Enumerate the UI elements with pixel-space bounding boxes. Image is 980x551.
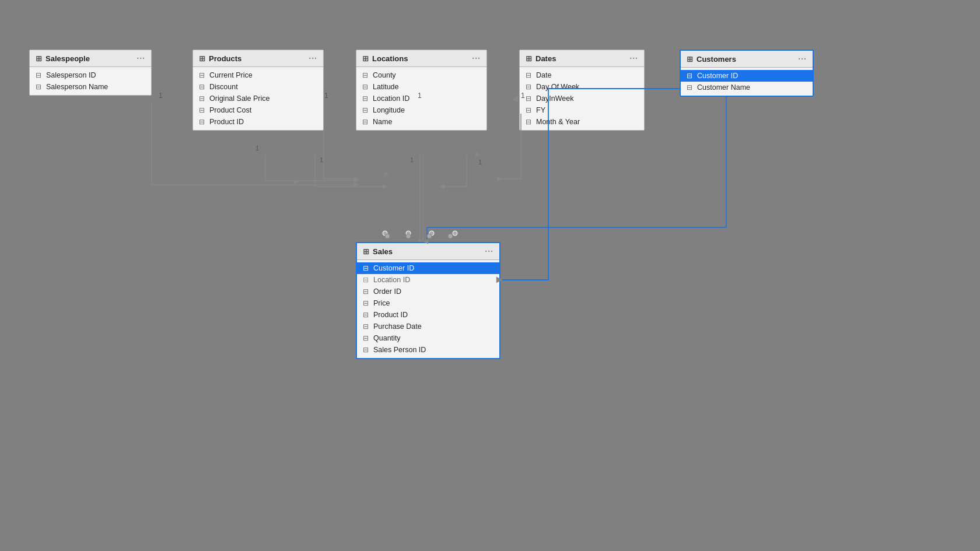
svg-point-22 [453, 231, 457, 236]
field-label: Product ID [373, 311, 408, 319]
sales-field-product-id: ⊟ Product ID [357, 309, 499, 321]
sales-field-order-id: ⊟ Order ID [357, 286, 499, 297]
table-products: ⊞ Products ··· ⊟ Current Price ⊟ Discoun… [192, 50, 324, 131]
svg-text:1: 1 [159, 92, 163, 100]
field-icon: ⊟ [362, 71, 368, 79]
field-label: Original Sale Price [209, 94, 270, 103]
field-icon: ⊟ [363, 264, 369, 272]
field-icon: ⊟ [199, 106, 205, 114]
products-field-discount: ⊟ Discount [193, 81, 323, 93]
field-icon: ⊟ [362, 83, 368, 91]
locations-menu[interactable]: ··· [472, 54, 481, 63]
field-icon: ⊟ [526, 71, 531, 79]
svg-marker-13 [440, 184, 444, 189]
table-customers: ⊞ Customers ··· ⊟ Customer ID ⊟ Customer… [680, 50, 814, 97]
products-title: Products [209, 54, 242, 63]
dates-fields: ⊟ Date ⊟ Day Of Week ⊟ DayInWeek ⊟ FY ⊟ … [520, 67, 644, 130]
field-icon: ⊟ [526, 94, 531, 103]
field-label: Price [373, 299, 390, 307]
svg-marker-23 [294, 180, 299, 184]
field-icon: ⊟ [199, 71, 205, 79]
svg-point-35 [385, 234, 390, 238]
field-label: Latitude [373, 83, 398, 91]
field-icon: ⊟ [363, 287, 369, 296]
field-icon: ⊟ [36, 71, 41, 79]
sales-field-customer-id: ⊟ Customer ID [357, 262, 499, 274]
field-label: Order ID [373, 287, 401, 296]
locations-field-latitude: ⊟ Latitude [356, 81, 487, 93]
field-label: Longitude [373, 106, 405, 114]
field-icon: ⊟ [363, 334, 369, 342]
locations-field-name: ⊟ Name [356, 116, 487, 128]
field-label: Product ID [209, 118, 244, 126]
sales-field-purchase-date: ⊟ Purchase Date [357, 321, 499, 332]
salespeople-title: Salespeople [46, 54, 90, 63]
svg-point-21 [429, 231, 434, 236]
field-icon: ⊟ [363, 311, 369, 319]
svg-point-19 [383, 231, 387, 236]
dates-field-fy: ⊟ FY [520, 104, 644, 116]
svg-marker-7 [383, 184, 387, 189]
customers-table-icon: ⊞ [687, 55, 693, 64]
dates-table-icon: ⊞ [526, 54, 532, 63]
sales-field-location-id: ⊟ Location ID [357, 274, 499, 286]
field-label: Salesperson Name [46, 83, 108, 91]
table-dates: ⊞ Dates ··· ⊟ Date ⊟ Day Of Week ⊟ DayIn… [519, 50, 645, 131]
field-label: Name [373, 118, 392, 126]
field-icon: ⊟ [363, 276, 369, 284]
svg-text:1: 1 [410, 156, 414, 163]
field-icon: ⊟ [526, 106, 531, 114]
dates-field-day-of-week: ⊟ Day Of Week [520, 81, 644, 93]
salespeople-menu[interactable]: ··· [136, 54, 145, 63]
dates-field-month-year: ⊟ Month & Year [520, 116, 644, 128]
salespeople-header: ⊞ Salespeople ··· [30, 50, 151, 67]
field-icon: ⊟ [362, 94, 368, 103]
svg-marker-34 [512, 96, 518, 102]
field-icon: ⊟ [363, 299, 369, 307]
field-icon: ⊟ [363, 322, 369, 331]
sales-table-icon: ⊞ [363, 247, 369, 256]
field-label: Customer Name [697, 83, 750, 92]
customers-title: Customers [696, 55, 736, 64]
field-label: Day Of Week [536, 83, 579, 91]
salespeople-fields: ⊟ Salesperson ID ⊟ Salesperson Name [30, 67, 151, 95]
field-label: Location ID [373, 276, 410, 284]
table-locations: ⊞ Locations ··· ⊟ County ⊟ Latitude ⊟ Lo… [356, 50, 487, 131]
products-header: ⊞ Products ··· [193, 50, 323, 67]
svg-text:1: 1 [478, 159, 482, 166]
customers-menu[interactable]: ··· [798, 54, 807, 64]
field-label: Sales Person ID [373, 346, 426, 354]
field-label: Quantity [373, 334, 401, 342]
field-label: DayInWeek [536, 94, 573, 103]
products-fields: ⊟ Current Price ⊟ Discount ⊟ Original Sa… [193, 67, 323, 130]
locations-title: Locations [372, 54, 408, 63]
field-label: Location ID [373, 94, 410, 103]
field-label: Date [536, 71, 551, 79]
products-menu[interactable]: ··· [309, 54, 317, 63]
svg-point-37 [427, 234, 432, 238]
field-label: County [373, 71, 396, 79]
dates-menu[interactable]: ··· [629, 54, 638, 63]
field-label: Product Cost [209, 106, 251, 114]
svg-point-36 [406, 234, 411, 238]
customers-field-customer-id: ⊟ Customer ID [681, 70, 813, 82]
field-icon: ⊟ [363, 346, 369, 354]
products-field-product-cost: ⊟ Product Cost [193, 104, 323, 116]
customers-header: ⊞ Customers ··· [681, 51, 813, 68]
sales-field-quantity: ⊟ Quantity [357, 332, 499, 344]
field-label: Customer ID [373, 264, 414, 272]
sales-fields: ⊟ Customer ID ⊟ Location ID ⊟ Order ID ⊟… [357, 260, 499, 358]
sales-menu[interactable]: ··· [485, 247, 494, 256]
field-label: Customer ID [697, 72, 738, 80]
products-field-original-sale-price: ⊟ Original Sale Price [193, 93, 323, 104]
dates-field-dayinweek: ⊟ DayInWeek [520, 93, 644, 104]
svg-text:1: 1 [320, 156, 323, 163]
svg-marker-3 [354, 178, 358, 183]
dates-title: Dates [536, 54, 556, 63]
svg-marker-24 [384, 171, 389, 176]
table-salespeople: ⊞ Salespeople ··· ⊟ Salesperson ID ⊟ Sal… [29, 50, 152, 96]
svg-marker-15 [475, 152, 480, 157]
field-icon: ⊟ [199, 83, 205, 91]
field-label: Purchase Date [373, 322, 422, 331]
sales-field-price: ⊟ Price [357, 297, 499, 309]
